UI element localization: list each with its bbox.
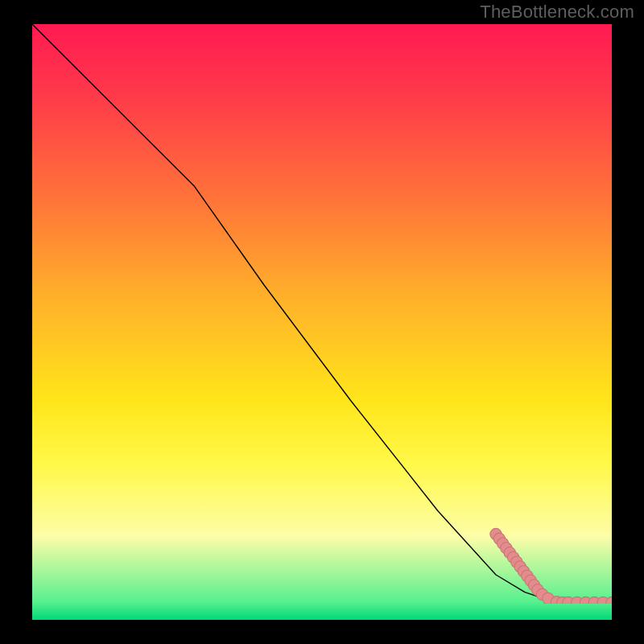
attribution-label: TheBottleneck.com	[480, 2, 634, 23]
series-curve	[32, 24, 612, 603]
chart-svg	[32, 24, 612, 604]
chart-frame: TheBottleneck.com	[0, 0, 644, 644]
plot-area	[32, 24, 612, 620]
series-points	[490, 528, 612, 604]
